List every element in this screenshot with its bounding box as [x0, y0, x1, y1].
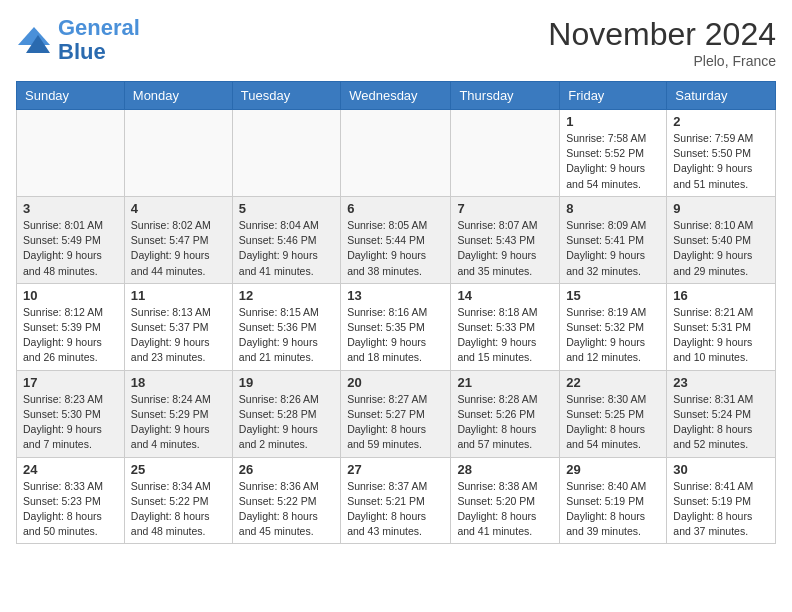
day-detail: Sunrise: 8:28 AM Sunset: 5:26 PM Dayligh…: [457, 392, 553, 453]
day-detail: Sunrise: 8:05 AM Sunset: 5:44 PM Dayligh…: [347, 218, 444, 279]
day-detail: Sunrise: 8:15 AM Sunset: 5:36 PM Dayligh…: [239, 305, 334, 366]
day-number: 21: [457, 375, 553, 390]
day-detail: Sunrise: 8:27 AM Sunset: 5:27 PM Dayligh…: [347, 392, 444, 453]
day-detail: Sunrise: 8:16 AM Sunset: 5:35 PM Dayligh…: [347, 305, 444, 366]
day-number: 29: [566, 462, 660, 477]
logo-icon: [16, 25, 52, 55]
day-number: 30: [673, 462, 769, 477]
weekday-header-monday: Monday: [124, 82, 232, 110]
calendar-cell: [232, 110, 340, 197]
day-number: 1: [566, 114, 660, 129]
day-number: 24: [23, 462, 118, 477]
calendar-cell: 20Sunrise: 8:27 AM Sunset: 5:27 PM Dayli…: [341, 370, 451, 457]
day-number: 5: [239, 201, 334, 216]
day-detail: Sunrise: 8:09 AM Sunset: 5:41 PM Dayligh…: [566, 218, 660, 279]
calendar-header-row: SundayMondayTuesdayWednesdayThursdayFrid…: [17, 82, 776, 110]
calendar-cell: 12Sunrise: 8:15 AM Sunset: 5:36 PM Dayli…: [232, 283, 340, 370]
calendar-cell: 8Sunrise: 8:09 AM Sunset: 5:41 PM Daylig…: [560, 196, 667, 283]
calendar-cell: 9Sunrise: 8:10 AM Sunset: 5:40 PM Daylig…: [667, 196, 776, 283]
day-detail: Sunrise: 8:41 AM Sunset: 5:19 PM Dayligh…: [673, 479, 769, 540]
day-number: 10: [23, 288, 118, 303]
calendar-cell: 16Sunrise: 8:21 AM Sunset: 5:31 PM Dayli…: [667, 283, 776, 370]
day-detail: Sunrise: 8:36 AM Sunset: 5:22 PM Dayligh…: [239, 479, 334, 540]
day-detail: Sunrise: 8:24 AM Sunset: 5:29 PM Dayligh…: [131, 392, 226, 453]
day-detail: Sunrise: 7:59 AM Sunset: 5:50 PM Dayligh…: [673, 131, 769, 192]
day-detail: Sunrise: 8:34 AM Sunset: 5:22 PM Dayligh…: [131, 479, 226, 540]
calendar-table: SundayMondayTuesdayWednesdayThursdayFrid…: [16, 81, 776, 544]
calendar-cell: [17, 110, 125, 197]
weekday-header-tuesday: Tuesday: [232, 82, 340, 110]
day-number: 2: [673, 114, 769, 129]
day-detail: Sunrise: 8:18 AM Sunset: 5:33 PM Dayligh…: [457, 305, 553, 366]
month-title: November 2024: [548, 16, 776, 53]
day-number: 13: [347, 288, 444, 303]
day-detail: Sunrise: 8:33 AM Sunset: 5:23 PM Dayligh…: [23, 479, 118, 540]
calendar-week-row: 1Sunrise: 7:58 AM Sunset: 5:52 PM Daylig…: [17, 110, 776, 197]
day-detail: Sunrise: 8:26 AM Sunset: 5:28 PM Dayligh…: [239, 392, 334, 453]
calendar-cell: 4Sunrise: 8:02 AM Sunset: 5:47 PM Daylig…: [124, 196, 232, 283]
calendar-cell: 22Sunrise: 8:30 AM Sunset: 5:25 PM Dayli…: [560, 370, 667, 457]
title-block: November 2024 Plelo, France: [548, 16, 776, 69]
day-number: 17: [23, 375, 118, 390]
calendar-cell: 10Sunrise: 8:12 AM Sunset: 5:39 PM Dayli…: [17, 283, 125, 370]
day-detail: Sunrise: 8:07 AM Sunset: 5:43 PM Dayligh…: [457, 218, 553, 279]
calendar-cell: 24Sunrise: 8:33 AM Sunset: 5:23 PM Dayli…: [17, 457, 125, 544]
day-detail: Sunrise: 8:23 AM Sunset: 5:30 PM Dayligh…: [23, 392, 118, 453]
day-number: 11: [131, 288, 226, 303]
calendar-week-row: 17Sunrise: 8:23 AM Sunset: 5:30 PM Dayli…: [17, 370, 776, 457]
calendar-cell: 2Sunrise: 7:59 AM Sunset: 5:50 PM Daylig…: [667, 110, 776, 197]
day-number: 4: [131, 201, 226, 216]
day-detail: Sunrise: 8:19 AM Sunset: 5:32 PM Dayligh…: [566, 305, 660, 366]
calendar-cell: 30Sunrise: 8:41 AM Sunset: 5:19 PM Dayli…: [667, 457, 776, 544]
day-detail: Sunrise: 8:04 AM Sunset: 5:46 PM Dayligh…: [239, 218, 334, 279]
day-number: 3: [23, 201, 118, 216]
calendar-cell: 21Sunrise: 8:28 AM Sunset: 5:26 PM Dayli…: [451, 370, 560, 457]
day-number: 16: [673, 288, 769, 303]
calendar-cell: 25Sunrise: 8:34 AM Sunset: 5:22 PM Dayli…: [124, 457, 232, 544]
calendar-week-row: 10Sunrise: 8:12 AM Sunset: 5:39 PM Dayli…: [17, 283, 776, 370]
day-number: 28: [457, 462, 553, 477]
calendar-week-row: 24Sunrise: 8:33 AM Sunset: 5:23 PM Dayli…: [17, 457, 776, 544]
weekday-header-thursday: Thursday: [451, 82, 560, 110]
calendar-cell: 17Sunrise: 8:23 AM Sunset: 5:30 PM Dayli…: [17, 370, 125, 457]
day-number: 6: [347, 201, 444, 216]
day-number: 22: [566, 375, 660, 390]
day-number: 25: [131, 462, 226, 477]
logo-text: General Blue: [58, 16, 140, 64]
calendar-cell: 14Sunrise: 8:18 AM Sunset: 5:33 PM Dayli…: [451, 283, 560, 370]
calendar-cell: 23Sunrise: 8:31 AM Sunset: 5:24 PM Dayli…: [667, 370, 776, 457]
day-number: 19: [239, 375, 334, 390]
day-number: 26: [239, 462, 334, 477]
calendar-cell: 15Sunrise: 8:19 AM Sunset: 5:32 PM Dayli…: [560, 283, 667, 370]
calendar-cell: 13Sunrise: 8:16 AM Sunset: 5:35 PM Dayli…: [341, 283, 451, 370]
calendar-cell: 19Sunrise: 8:26 AM Sunset: 5:28 PM Dayli…: [232, 370, 340, 457]
page-header: General Blue November 2024 Plelo, France: [16, 16, 776, 69]
calendar-cell: 11Sunrise: 8:13 AM Sunset: 5:37 PM Dayli…: [124, 283, 232, 370]
weekday-header-sunday: Sunday: [17, 82, 125, 110]
day-detail: Sunrise: 8:01 AM Sunset: 5:49 PM Dayligh…: [23, 218, 118, 279]
calendar-cell: 28Sunrise: 8:38 AM Sunset: 5:20 PM Dayli…: [451, 457, 560, 544]
day-number: 15: [566, 288, 660, 303]
day-number: 18: [131, 375, 226, 390]
calendar-cell: 5Sunrise: 8:04 AM Sunset: 5:46 PM Daylig…: [232, 196, 340, 283]
day-detail: Sunrise: 8:38 AM Sunset: 5:20 PM Dayligh…: [457, 479, 553, 540]
day-number: 12: [239, 288, 334, 303]
logo: General Blue: [16, 16, 140, 64]
calendar-cell: 1Sunrise: 7:58 AM Sunset: 5:52 PM Daylig…: [560, 110, 667, 197]
weekday-header-saturday: Saturday: [667, 82, 776, 110]
day-number: 7: [457, 201, 553, 216]
day-number: 27: [347, 462, 444, 477]
calendar-cell: [124, 110, 232, 197]
day-detail: Sunrise: 8:30 AM Sunset: 5:25 PM Dayligh…: [566, 392, 660, 453]
day-detail: Sunrise: 7:58 AM Sunset: 5:52 PM Dayligh…: [566, 131, 660, 192]
calendar-cell: [341, 110, 451, 197]
day-number: 8: [566, 201, 660, 216]
day-number: 14: [457, 288, 553, 303]
day-number: 9: [673, 201, 769, 216]
calendar-week-row: 3Sunrise: 8:01 AM Sunset: 5:49 PM Daylig…: [17, 196, 776, 283]
day-detail: Sunrise: 8:13 AM Sunset: 5:37 PM Dayligh…: [131, 305, 226, 366]
day-detail: Sunrise: 8:21 AM Sunset: 5:31 PM Dayligh…: [673, 305, 769, 366]
day-number: 23: [673, 375, 769, 390]
day-detail: Sunrise: 8:10 AM Sunset: 5:40 PM Dayligh…: [673, 218, 769, 279]
day-detail: Sunrise: 8:37 AM Sunset: 5:21 PM Dayligh…: [347, 479, 444, 540]
